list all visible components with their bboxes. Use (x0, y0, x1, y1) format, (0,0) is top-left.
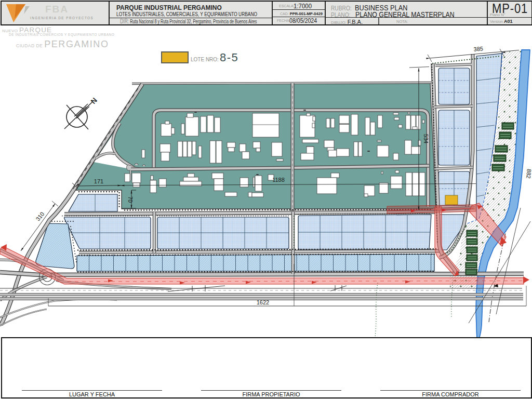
svg-text:385: 385 (473, 45, 483, 52)
svg-text:1622: 1622 (257, 299, 269, 305)
svg-text:882: 882 (525, 169, 532, 179)
svg-text:171: 171 (94, 178, 103, 184)
svg-text:534: 534 (423, 134, 429, 143)
svg-text:1188: 1188 (272, 177, 285, 183)
svg-text:70: 70 (127, 196, 134, 203)
svg-text:310: 310 (34, 211, 45, 222)
